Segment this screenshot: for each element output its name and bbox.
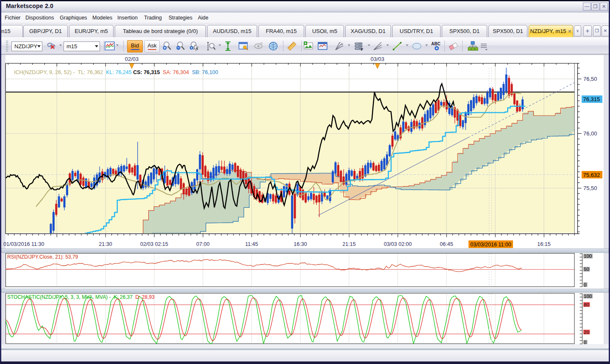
svg-text:21:30: 21:30	[99, 241, 112, 247]
svg-text:11:45: 11:45	[245, 241, 258, 247]
svg-text:21:15: 21:15	[342, 241, 355, 247]
svg-text:80: 80	[584, 302, 589, 307]
svg-text:20: 20	[584, 330, 589, 335]
svg-text:100: 100	[584, 294, 592, 299]
svg-text:STOCHASTIC(NZD/JPY, 5, 3, 3, M: STOCHASTIC(NZD/JPY, 5, 3, 3, MVA, MVA) -…	[7, 294, 155, 300]
svg-text:0: 0	[584, 282, 586, 287]
svg-text:03/03/2016 11:00: 03/03/2016 11:00	[470, 242, 511, 248]
svg-text:0: 0	[584, 340, 586, 345]
svg-text:ICH(NZD/JPY, 9, 26, 52) - TL:: ICH(NZD/JPY, 9, 26, 52) - TL: 76,362 KL:…	[14, 69, 218, 75]
svg-text:06:45: 06:45	[440, 241, 453, 247]
svg-text:RSI(NZD/JPY.Close, 21): 53,79: RSI(NZD/JPY.Close, 21): 53,79	[7, 254, 78, 260]
svg-text:02/03: 02/03	[125, 56, 139, 62]
svg-text:76,00: 76,00	[583, 130, 597, 137]
svg-text:03/03: 03/03	[371, 56, 385, 62]
svg-text:100: 100	[584, 254, 592, 259]
svg-text:76,50: 76,50	[583, 76, 597, 82]
svg-text:75,50: 75,50	[583, 185, 597, 191]
svg-text:03/03 02:00: 03/03 02:00	[384, 241, 412, 247]
svg-text:16:30: 16:30	[294, 241, 307, 247]
svg-text:16:15: 16:15	[537, 241, 550, 247]
svg-text:ABC: ABC	[431, 41, 441, 46]
svg-text:02/03 02:15: 02/03 02:15	[140, 241, 168, 247]
svg-text:50: 50	[584, 267, 589, 272]
svg-text:F: F	[361, 47, 363, 52]
svg-text:01/03/2016 11:30: 01/03/2016 11:30	[3, 241, 44, 247]
svg-text:07:00: 07:00	[196, 241, 209, 247]
svg-text:76,315: 76,315	[583, 96, 600, 102]
svg-text:75,632: 75,632	[583, 172, 600, 178]
